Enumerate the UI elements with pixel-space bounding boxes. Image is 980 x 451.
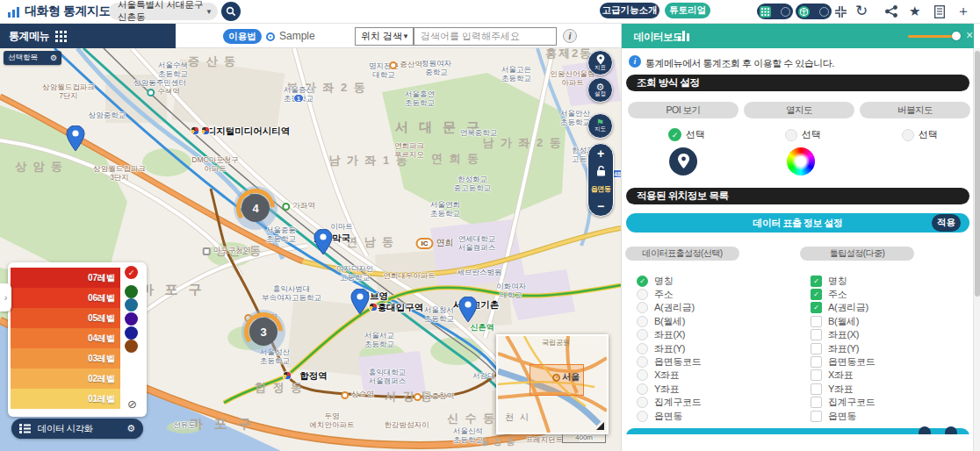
mode-select-0[interactable]: ✓선택 [668, 128, 705, 141]
advanced-features-button[interactable]: 고급기능소개 [600, 3, 659, 18]
grid-icon [760, 6, 771, 18]
section-query-method: 조회 방식 설정 [626, 75, 969, 91]
tooltip-option-Y좌표[interactable]: Y좌표 [811, 383, 853, 395]
map-control-지표[interactable]: 지표 [587, 50, 613, 75]
district-level-label[interactable]: 읍면동 [591, 184, 611, 194]
option-label: 명칭 [828, 275, 847, 288]
display-option-좌표(Y)[interactable]: 좌표(Y) [637, 342, 685, 354]
apply-button[interactable]: 적용 [932, 214, 961, 232]
map-zoom-control: + 읍면동 − [587, 143, 614, 217]
gear-icon[interactable]: ⚙ [126, 423, 135, 434]
menu-bar: 통계메뉴 이용법 Sample 위치 검색 ▼ 검색어를 입력해주세요 i [0, 24, 621, 48]
tooltip-option-A(권리금)[interactable]: ✓A(권리금) [811, 302, 868, 314]
palette-color-4[interactable] [125, 326, 138, 340]
display-option-주소[interactable]: 주소 [637, 288, 673, 300]
station-label: 상수역 [351, 390, 374, 400]
tooltip-option-X좌표[interactable]: X좌표 [811, 369, 853, 382]
display-option-명칭[interactable]: ✓명칭 [637, 275, 673, 287]
unlock-icon[interactable] [596, 166, 606, 176]
display-option-좌표(X)[interactable]: 좌표(X) [637, 329, 685, 341]
tooltip-option-좌표(Y)[interactable]: 좌표(Y) [811, 342, 859, 354]
display-option-집계구코드[interactable]: 집계구코드 [637, 397, 702, 409]
overview-minimap[interactable]: 국립공원 서울 천 시 [496, 334, 609, 434]
ic-icon: IC [416, 238, 434, 249]
app-logo-icon [8, 6, 22, 18]
tooltip-option-집계구코드[interactable]: 집계구코드 [811, 397, 876, 409]
region-dropdown[interactable]: 서울특별시 서대문구 신촌동 ▼ [109, 3, 218, 20]
palette-color-1[interactable] [125, 285, 138, 298]
option-label: 읍면동코드 [654, 355, 702, 369]
search-input[interactable]: 검색어를 입력해주세요 [414, 27, 557, 46]
selected-items-button[interactable]: 선택항목 ⚙ [4, 51, 61, 65]
display-option-A(권리금)[interactable]: A(권리금) [637, 302, 695, 314]
stats-menu-button[interactable]: 통계메뉴 [0, 24, 176, 48]
bottom-action-button[interactable] [919, 426, 931, 434]
legend-expand-tab[interactable]: › [0, 283, 11, 311]
display-option-읍면동[interactable]: 읍면동 [637, 410, 682, 422]
checkbox-icon: ✓ [811, 302, 822, 313]
mode-button-2[interactable]: 버블지도 [860, 102, 970, 118]
search-info-icon[interactable]: i [563, 29, 577, 43]
tooltip-option-좌표(X)[interactable]: 좌표(X) [811, 329, 859, 341]
view-3d-toggle[interactable] [796, 4, 832, 19]
zoom-in-button[interactable]: + [597, 148, 604, 159]
tooltip-option-읍면동[interactable]: 읍면동 [811, 410, 856, 422]
station-marker: 상수역 [341, 390, 374, 400]
fit-screen-icon[interactable] [834, 5, 847, 18]
add-icon[interactable]: ＋ [956, 3, 970, 20]
palette-color-2[interactable] [125, 298, 138, 311]
region-dropdown-value: 서울특별시 서대문구 신촌동 [118, 0, 205, 24]
cluster-marker[interactable]: 4 [232, 184, 279, 235]
map-control-지도[interactable]: ⚑지도 [587, 113, 613, 139]
select-label: 선택 [802, 128, 821, 141]
mode-select-1[interactable]: 선택 [785, 128, 821, 141]
refresh-icon[interactable]: ↻ [855, 3, 868, 20]
minimap-resize-icon[interactable] [596, 422, 604, 430]
option-label: 집계구코드 [828, 396, 876, 409]
opacity-slider-knob[interactable] [952, 32, 961, 40]
report-document-icon[interactable] [934, 5, 945, 18]
radio-icon [637, 316, 648, 327]
usage-button[interactable]: 이용법 [223, 29, 262, 44]
chevron-down-icon: ▼ [205, 8, 213, 16]
display-option-Y좌표[interactable]: Y좌표 [637, 383, 679, 395]
share-icon[interactable] [885, 5, 897, 18]
mode-button-0[interactable]: POI 보기 [628, 102, 739, 118]
display-info-bar[interactable]: 데이터 표출 정보 설정 [626, 213, 969, 233]
map-control-설정[interactable]: ⚙설정 [587, 77, 613, 103]
tutorial-button[interactable]: 튜토리얼 [665, 3, 710, 18]
data-visualization-button[interactable]: 데이터 시각화 ⚙ [11, 419, 143, 439]
location-pin[interactable] [313, 229, 333, 259]
palette-color-5[interactable] [125, 340, 138, 353]
bottom-action-button[interactable] [945, 426, 957, 434]
location-pin[interactable] [458, 297, 478, 326]
cluster-marker[interactable]: 3 [240, 308, 287, 359]
mode-select-2[interactable]: 선택 [902, 128, 938, 141]
palette-color-0[interactable]: ✓ [125, 266, 138, 279]
display-option-읍면동코드[interactable]: 읍면동코드 [637, 355, 702, 368]
location-search-type-select[interactable]: 위치 검색 ▼ [355, 27, 414, 46]
tooltip-option-주소[interactable]: ✓주소 [811, 288, 847, 300]
tooltip-option-B(월세)[interactable]: B(월세) [811, 315, 859, 327]
tooltip-option-읍면동코드[interactable]: 읍면동코드 [811, 355, 876, 368]
location-pin[interactable] [350, 289, 370, 319]
scrollbar-thumb[interactable] [975, 51, 980, 297]
display-option-X좌표[interactable]: X좌표 [637, 369, 679, 382]
palette-color-3[interactable] [125, 312, 138, 326]
panel-scrollbar[interactable] [973, 48, 980, 451]
grid-view-toggle[interactable] [757, 4, 793, 19]
tab-tooltip-settings[interactable]: 툴팁설정(다중) [800, 247, 914, 261]
zoom-out-button[interactable]: − [597, 201, 604, 211]
map-canvas[interactable]: 증 산 동북 가 좌 2 동남 가 좌 2 동남 가 좌 1 동서 대 문 구연… [0, 48, 621, 451]
sample-label[interactable]: Sample [279, 30, 315, 42]
mode-button-1[interactable]: 열지도 [744, 102, 854, 118]
radio-icon [637, 369, 648, 381]
location-pin[interactable] [66, 125, 85, 155]
favorite-star-icon[interactable]: ★ [909, 3, 920, 20]
visibility-off-icon[interactable]: ⊘ [127, 397, 137, 411]
display-option-B(월세)[interactable]: B(월세) [637, 315, 685, 327]
close-icon[interactable]: × [966, 28, 973, 42]
tooltip-option-명칭[interactable]: ✓명칭 [811, 275, 847, 287]
region-search-button[interactable] [221, 2, 241, 21]
tab-display-settings[interactable]: 데이터표출설정(선택) [625, 247, 739, 261]
